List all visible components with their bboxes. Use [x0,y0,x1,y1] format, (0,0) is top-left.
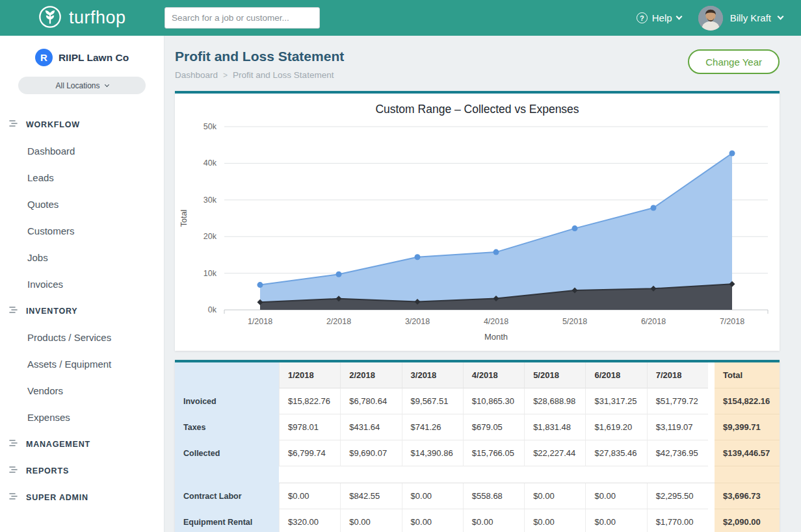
table-row-label: Contract Labor [175,483,279,509]
brand-name: turfhop [69,8,126,28]
sidebar-item-products-services[interactable]: Products / Services [0,324,164,351]
chart-title: Custom Range – Collected vs Expenses [175,94,780,116]
sidebar-item-leads[interactable]: Leads [0,164,164,191]
profit-loss-table: 1/20182/20183/20184/20185/20186/20187/20… [175,362,780,532]
table-cell: $1,831.48 [524,414,585,440]
table-cell: $9,690.07 [340,440,401,466]
table-total-header: Total [715,362,780,388]
table-cell: $6,799.74 [279,440,340,466]
table-cell: $51,779.72 [647,388,708,414]
svg-text:20k: 20k [204,232,217,241]
table-cell: $0.00 [524,509,585,532]
svg-text:2/2018: 2/2018 [326,317,351,326]
svg-text:10k: 10k [204,269,217,278]
breadcrumb-separator-icon: > [223,71,228,80]
table-cell: $0.00 [402,483,463,509]
table-cell: $3,119.07 [647,414,708,440]
location-selector-label: All Locations [55,81,99,90]
user-menu[interactable]: Billy Kraft [698,6,783,31]
table-cell: $0.00 [402,509,463,532]
section-dashes-icon [9,120,19,129]
table-cell: $0.00 [585,509,646,532]
table-row-label: Equipment Rental [175,509,279,532]
table-cell: $0.00 [524,483,585,509]
sidebar-item-vendors[interactable]: Vendors [0,377,164,404]
svg-text:40k: 40k [204,158,217,168]
table-cell: $1,619.20 [585,414,646,440]
sidebar-item-expenses[interactable]: Expenses [0,404,164,431]
table-header-cell: 2/2018 [340,362,401,388]
collected-point [651,205,657,211]
topbar: turfhop ? Help Billy Kraft [0,0,801,36]
company-name: RIIPL Lawn Co [59,52,129,64]
nav-section-label: MANAGEMENT [26,440,90,449]
chart-card: Custom Range – Collected vs Expenses 0k1… [175,91,780,351]
sidebar-item-assets-equipment[interactable]: Assets / Equipment [0,351,164,377]
table-cell: $0.00 [463,509,524,532]
table-cell: $0.00 [279,483,340,509]
svg-text:Month: Month [484,332,508,342]
nav-section-label: INVENTORY [26,307,77,316]
svg-text:3/2018: 3/2018 [405,317,430,326]
breadcrumb-current: Profit and Loss Statement [233,70,334,80]
nav-section-management[interactable]: MANAGEMENT [0,431,164,457]
table-spacer-row [175,466,780,483]
breadcrumb-dashboard[interactable]: Dashboard [175,70,218,80]
section-dashes-icon [9,306,19,316]
chevron-down-icon [676,14,682,20]
app-logo[interactable]: turfhop [38,5,126,32]
change-year-button[interactable]: Change Year [688,49,780,74]
table-header-cell: 3/2018 [402,362,463,388]
chart-canvas[interactable]: 0k10k20k30k40k50k1/20182/20183/20184/201… [175,118,780,349]
help-menu[interactable]: ? Help [637,12,681,23]
table-row: Contract Labor$0.00$842.55$0.00$558.68$0… [175,483,780,509]
table-row: Invoiced$15,822.76$6,780.64$9,567.51$10,… [175,388,780,414]
svg-text:6/2018: 6/2018 [641,317,666,326]
table-total-cell: $154,822.16 [715,388,780,414]
table-cell: $679.05 [463,414,524,440]
svg-text:50k: 50k [204,122,217,131]
chevron-down-icon [104,82,109,87]
table-cell: $0.00 [340,509,401,532]
global-search-input[interactable] [164,7,320,29]
sidebar-item-customers[interactable]: Customers [0,218,164,244]
location-selector[interactable]: All Locations [18,77,146,94]
table-row-label: Taxes [175,414,279,440]
chevron-down-icon [778,14,784,20]
sidebar: R RIIPL Lawn Co All Locations WORKFLOW D… [0,36,164,532]
table-cell: $1,770.00 [647,509,708,532]
sidebar-item-invoices[interactable]: Invoices [0,271,164,298]
table-total-cell: $3,696.73 [715,483,780,509]
collected-point [415,254,421,260]
table-cell: $42,736.95 [647,440,708,466]
table-row: Equipment Rental$320.00$0.00$0.00$0.00$0… [175,509,780,532]
company-avatar: R [35,49,53,66]
collected-point [572,225,578,231]
table-cell: $6,780.64 [340,388,401,414]
nav-section-inventory[interactable]: INVENTORY [0,298,164,324]
table-total-cell: $9,399.71 [715,414,780,440]
table-cell: $978.01 [279,414,340,440]
table-cell: $22,227.44 [524,440,585,466]
pl-chart-svg: 0k10k20k30k40k50k1/20182/20183/20184/201… [175,118,780,346]
section-dashes-icon [9,466,19,475]
collected-area [260,153,732,310]
table-total-cell: $139,446.57 [715,440,780,466]
sidebar-item-jobs[interactable]: Jobs [0,244,164,271]
table-cell: $0.00 [585,483,646,509]
nav-section-workflow[interactable]: WORKFLOW [0,111,164,138]
nav-section-label: REPORTS [26,466,69,475]
table-cell: $558.68 [463,483,524,509]
help-label: Help [652,12,672,23]
nav-section-reports[interactable]: REPORTS [0,457,164,484]
svg-text:Total: Total [179,210,189,227]
sidebar-item-dashboard[interactable]: Dashboard [0,138,164,164]
table-cell: $31,317.25 [585,388,646,414]
table-row: Taxes$978.01$431.64$741.26$679.05$1,831.… [175,414,780,440]
sidebar-nav: WORKFLOW Dashboard Leads Quotes Customer… [0,111,164,511]
sidebar-item-quotes[interactable]: Quotes [0,191,164,218]
table-cell: $9,567.51 [402,388,463,414]
table-header-cell: 4/2018 [463,362,524,388]
nav-section-super-admin[interactable]: SUPER ADMIN [0,484,164,511]
section-dashes-icon [9,492,19,502]
